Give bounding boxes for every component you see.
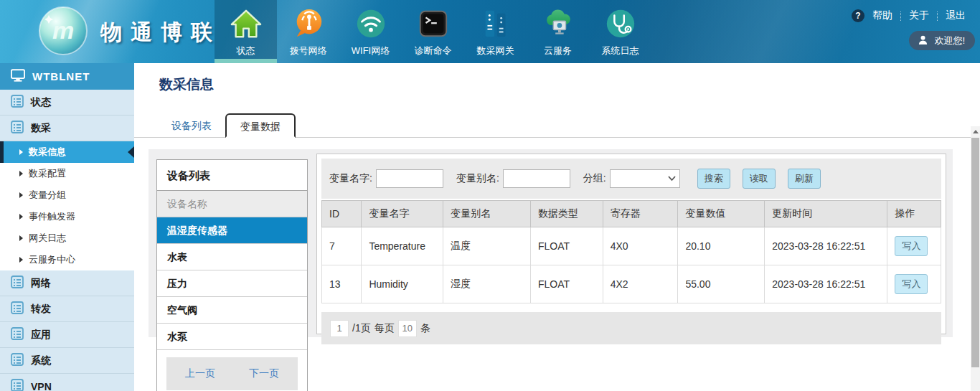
vertical-scrollbar[interactable]	[971, 126, 980, 391]
prev-page-link[interactable]: 上一页	[185, 367, 215, 380]
write-button[interactable]: 写入	[895, 274, 928, 294]
sidebar-item-network[interactable]: 网络	[0, 270, 134, 296]
cell-id: 7	[322, 227, 362, 265]
app-logo: m 物通博联	[37, 5, 221, 60]
table-header-row: ID 变量名字 变量别名 数据类型 寄存器 变量数值 更新时间 操作	[322, 201, 941, 227]
sidebar-item-system[interactable]: 系统	[0, 348, 134, 374]
list-icon	[11, 301, 24, 316]
col-data-type: 数据类型	[531, 201, 603, 227]
wifi-icon	[354, 6, 388, 41]
table-row: 7 Temperature 温度 FLOAT 4X0 20.10 2023-03…	[322, 227, 941, 265]
cell-name: Temperature	[362, 227, 443, 265]
caret-right-icon	[19, 235, 23, 241]
sidebar-item-data-collection[interactable]: 数采	[0, 116, 134, 141]
sidebar-item-label: 转发	[31, 303, 51, 316]
col-id: ID	[322, 201, 362, 227]
scrollbar-thumb[interactable]	[971, 138, 979, 367]
welcome-text: 欢迎您!	[934, 34, 965, 47]
refresh-button[interactable]: 刷新	[788, 169, 821, 189]
tab-variable-data[interactable]: 变量数据	[225, 113, 296, 138]
per-page-input[interactable]: 10	[398, 320, 417, 337]
submenu-item-data-config[interactable]: 数采配置	[0, 163, 134, 184]
submenu-item-data-info[interactable]: 数采信息	[0, 141, 134, 163]
welcome-badge: 欢迎您!	[909, 31, 975, 50]
device-item-pressure[interactable]: 压力	[157, 270, 307, 297]
cell-value: 55.00	[678, 265, 765, 303]
device-panel-title: 设备列表	[157, 160, 307, 191]
help-link[interactable]: 帮助	[872, 9, 892, 22]
submenu-item-variable-group[interactable]: 变量分组	[0, 184, 134, 206]
sidebar-item-status[interactable]: 状态	[0, 90, 134, 116]
dialup-network-icon	[291, 6, 326, 41]
nav-label: 状态	[237, 44, 255, 57]
sidebar-item-application[interactable]: 应用	[0, 322, 134, 348]
main-content: 数采信息 设备列表 变量数据 设备列表 设备名称 温湿度传感器 水表 压力 空气…	[134, 63, 980, 391]
main-nav: 状态 拨号网络	[215, 0, 651, 63]
submenu-item-event-trigger[interactable]: 事件触发器	[0, 206, 134, 227]
sidebar-title-text: WTBLNET	[32, 70, 90, 83]
cell-type: FLOAT	[531, 227, 603, 265]
submenu-item-cloud-center[interactable]: 云服务中心	[0, 249, 134, 270]
cell-updated: 2023-03-28 16:22:51	[765, 227, 887, 265]
device-item-water-pump[interactable]: 水泵	[157, 324, 307, 350]
sidebar-device-title: WTBLNET	[0, 63, 134, 90]
scroll-up-arrow[interactable]	[971, 126, 980, 137]
cell-id: 13	[322, 265, 362, 303]
variable-name-label: 变量名字:	[329, 172, 372, 185]
link-divider	[900, 11, 901, 21]
logo-text: 物通博联	[100, 18, 221, 47]
tab-device-list[interactable]: 设备列表	[158, 115, 225, 137]
logout-link[interactable]: 退出	[946, 9, 966, 22]
nav-item-system-log[interactable]: 系统日志	[589, 0, 651, 63]
caret-right-icon	[19, 192, 23, 198]
device-list-panel: 设备列表 设备名称 温湿度传感器 水表 压力 空气阀 水泵 上一页 下一页	[156, 159, 308, 391]
col-update-time: 更新时间	[765, 201, 887, 227]
cell-value: 20.10	[678, 227, 765, 265]
globe-logo-icon: m	[37, 5, 89, 60]
device-item-water-meter[interactable]: 水表	[157, 244, 307, 270]
page-total-text: /1页	[352, 322, 371, 335]
search-button[interactable]: 搜索	[697, 169, 730, 189]
col-variable-name: 变量名字	[362, 201, 443, 227]
link-divider	[937, 11, 938, 21]
next-page-link[interactable]: 下一页	[249, 367, 279, 380]
col-action: 操作	[887, 201, 941, 227]
nav-item-dialup-network[interactable]: 拨号网络	[277, 0, 339, 63]
header-links: ? 帮助 关于 退出	[852, 9, 966, 22]
sidebar-item-forwarding[interactable]: 转发	[0, 296, 134, 322]
sidebar-submenu: 数采信息 数采配置 变量分组 事件触发器 网关日志 云服务中心	[0, 141, 134, 270]
about-link[interactable]: 关于	[909, 9, 929, 22]
device-item-air-valve[interactable]: 空气阀	[157, 297, 307, 324]
write-button[interactable]: 写入	[895, 236, 928, 256]
variable-alias-input[interactable]	[503, 169, 570, 188]
nav-item-status[interactable]: 状态	[215, 0, 277, 63]
sidebar: WTBLNET 状态 数采 数采信息 数采配置 变量分组	[0, 63, 134, 391]
sidebar-item-vpn[interactable]: VPN	[0, 374, 134, 391]
help-question-icon[interactable]: ?	[852, 9, 864, 22]
read-button[interactable]: 读取	[743, 169, 776, 189]
nav-label: 云服务	[544, 44, 572, 57]
unit-label: 条	[420, 322, 430, 335]
sidebar-item-label: 数采	[31, 122, 51, 135]
group-label: 分组:	[583, 172, 606, 185]
variable-name-input[interactable]	[376, 169, 443, 188]
page-number-input[interactable]: 1	[330, 320, 349, 337]
nav-item-data-gateway[interactable]: 数采网关	[464, 0, 527, 63]
sidebar-item-label: 系统	[31, 354, 51, 367]
variable-data-panel: 变量名字: 变量别名: 分组: 搜索 读取 刷新	[316, 154, 946, 334]
group-select[interactable]	[610, 169, 680, 188]
page-title: 数采信息	[159, 75, 214, 94]
submenu-item-gateway-log[interactable]: 网关日志	[0, 227, 134, 249]
nav-item-wifi-network[interactable]: WIFI网络	[339, 0, 402, 63]
sidebar-item-label: 状态	[31, 96, 51, 109]
nav-label: 数采网关	[477, 44, 514, 57]
sidebar-item-label: 网络	[31, 277, 51, 290]
caret-right-icon	[19, 149, 23, 155]
nav-item-diagnostic-command[interactable]: 诊断命令	[402, 0, 464, 63]
caret-right-icon	[19, 171, 23, 176]
nav-item-cloud-service[interactable]: 云服务	[527, 0, 589, 63]
device-column-header: 设备名称	[157, 191, 307, 217]
variable-alias-label: 变量别名:	[456, 172, 499, 185]
svg-text:m: m	[52, 17, 74, 44]
device-item-temp-humidity-sensor[interactable]: 温湿度传感器	[157, 217, 307, 244]
